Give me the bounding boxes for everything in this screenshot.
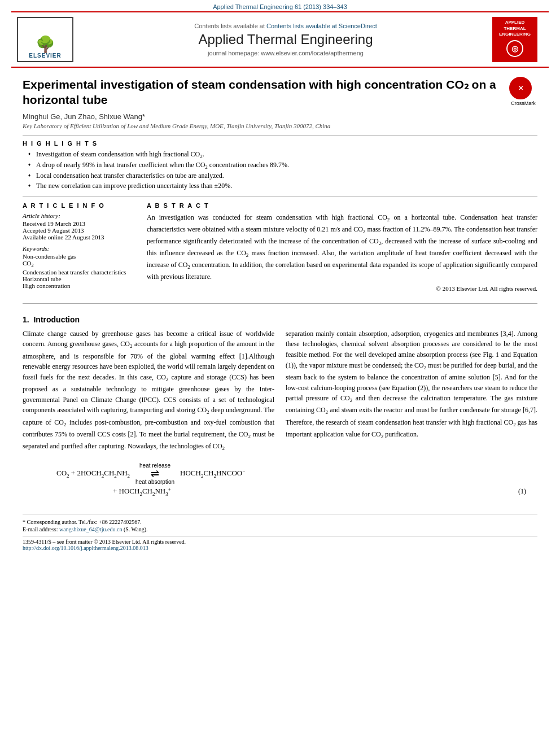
- keywords-label: Keywords:: [23, 245, 135, 252]
- journal-header: 🌳 ELSEVIER Contents lists available at C…: [11, 11, 549, 68]
- footer-area: * Corresponding author. Tel./fax: +86 22…: [23, 514, 537, 551]
- journal-title: Applied Thermal Engineering: [79, 32, 492, 47]
- section-heading: 1. Introduction: [23, 315, 537, 324]
- equation-arrow: heat release ⇌ heat absorption: [135, 462, 174, 485]
- email-label: E-mail address:: [23, 526, 58, 532]
- equation-1: CO2 + 2HOCH2CH2NH2 heat release ⇌ heat a…: [23, 462, 537, 485]
- highlights-title: H I G H L I G H T S: [23, 140, 537, 147]
- footer-links: 1359-4311/$ – see front matter © 2013 El…: [23, 536, 537, 551]
- corresponding-author: * Corresponding author. Tel./fax: +86 22…: [23, 519, 537, 525]
- article-info-col: A R T I C L E I N F O Article history: R…: [23, 202, 135, 291]
- article-title-area: Experimental investigation of steam cond…: [23, 77, 537, 108]
- highlights-list: Investigation of steam condensation with…: [23, 150, 537, 191]
- keywords-group: Keywords: Non-condensable gas CO2 Conden…: [23, 245, 135, 289]
- top-citation-link: Applied Thermal Engineering 61 (2013) 33…: [0, 0, 560, 11]
- article-title: Experimental investigation of steam cond…: [23, 77, 504, 108]
- keyword-5: High concentration: [23, 282, 135, 289]
- arrow-symbol: ⇌: [151, 469, 159, 479]
- equation-line2: + HOCH2CH2NH3+ (1): [23, 486, 537, 497]
- abstract-section-label: A B S T R A C T: [147, 202, 537, 209]
- divider-2: [23, 196, 537, 196]
- journal-title-area: Contents lists available at Contents lis…: [79, 23, 492, 56]
- ate-logo: APPLIED THERMAL ENGINEERING ◎: [492, 17, 543, 62]
- keyword-4: Horizontal tube: [23, 276, 135, 282]
- intro-body: Climate change caused by greenhouse gase…: [23, 329, 537, 453]
- divider-3: [23, 303, 537, 304]
- equation-number: (1): [518, 487, 526, 496]
- highlight-item: A drop of nearly 99% in heat transfer co…: [28, 161, 537, 170]
- equation-rhs: HOCH2CH2HNCOO−: [180, 468, 245, 479]
- keyword-3: Condensation heat transfer characteristi…: [23, 269, 135, 276]
- article-history-group: Article history: Received 19 March 2013 …: [23, 212, 135, 241]
- intro-col2: separation mainly contain absorption, ad…: [286, 329, 537, 453]
- ate-label: APPLIED THERMAL ENGINEERING: [495, 20, 535, 37]
- equation-area: CO2 + 2HOCH2CH2NH2 heat release ⇌ heat a…: [23, 462, 537, 497]
- email-suffix: (S. Wang).: [124, 526, 148, 532]
- doi-link[interactable]: http://dx.doi.org/10.1016/j.applthermale…: [23, 545, 148, 551]
- arrow-bottom-label: heat absorption: [135, 479, 174, 485]
- intro-col1: Climate change caused by greenhouse gase…: [23, 329, 274, 453]
- equation-lhs: CO2 + 2HOCH2CH2NH2: [56, 469, 130, 479]
- keyword-2: CO2: [23, 260, 135, 268]
- contents-line: Contents lists available at Contents lis…: [79, 23, 492, 29]
- abstract-text: An investigation was conducted for steam…: [147, 212, 537, 281]
- email-line: E-mail address: wangshixue_64@tju.edu.cn…: [23, 526, 537, 532]
- abstract-copyright: © 2013 Elsevier Ltd. All rights reserved…: [147, 285, 537, 292]
- crossmark-badge: ✕ CrossMark: [509, 77, 537, 106]
- received-date: Received 19 March 2013: [23, 220, 135, 227]
- email-link[interactable]: wangshixue_64@tju.edu.cn: [59, 526, 122, 532]
- equation-rhs2: + HOCH2CH2NH3+: [113, 486, 518, 497]
- crossmark-label: CrossMark: [509, 101, 537, 106]
- doi-line: http://dx.doi.org/10.1016/j.applthermale…: [23, 545, 537, 551]
- introduction-section: 1. Introduction Climate change caused by…: [23, 315, 537, 453]
- highlight-item: The new correlation can improve predicti…: [28, 182, 537, 190]
- highlight-item: Investigation of steam condensation with…: [28, 150, 537, 159]
- homepage-line: journal homepage: www.elsevier.com/locat…: [79, 50, 492, 56]
- affiliation: Key Laboratory of Efficient Utilization …: [23, 123, 537, 129]
- abstract-col: A B S T R A C T An investigation was con…: [147, 202, 537, 291]
- available-date: Available online 22 August 2013: [23, 234, 135, 241]
- elsevier-label: ELSEVIER: [29, 53, 61, 59]
- authors: Minghui Ge, Jun Zhao, Shixue Wang*: [23, 112, 537, 121]
- accepted-date: Accepted 9 August 2013: [23, 227, 135, 234]
- highlights-section: H I G H L I G H T S Investigation of ste…: [23, 140, 537, 191]
- divider-1: [23, 135, 537, 136]
- history-label: Article history:: [23, 212, 135, 219]
- article-info-section-label: A R T I C L E I N F O: [23, 202, 135, 209]
- issn-line: 1359-4311/$ – see front matter © 2013 El…: [23, 539, 537, 545]
- elsevier-logo: 🌳 ELSEVIER: [17, 17, 79, 62]
- article-body-header: A R T I C L E I N F O Article history: R…: [23, 202, 537, 291]
- highlight-item: Local condensation heat transfer charact…: [28, 172, 537, 180]
- citation-link[interactable]: Applied Thermal Engineering 61 (2013) 33…: [213, 3, 347, 10]
- elsevier-tree-icon: 🌳: [36, 37, 55, 53]
- ate-circle-icon: ◎: [506, 40, 523, 57]
- keyword-1: Non-condensable gas: [23, 253, 135, 260]
- sciencedirect-link[interactable]: Contents lists available at ScienceDirec…: [266, 23, 377, 29]
